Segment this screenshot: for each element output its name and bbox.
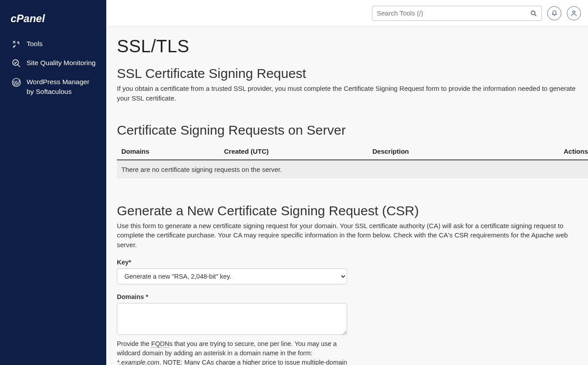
sidebar-item-label: Tools	[27, 39, 97, 49]
key-field-label: Key*	[117, 259, 347, 266]
user-icon	[570, 10, 577, 17]
account-button[interactable]	[567, 6, 581, 20]
wildcard-example: *.example.com	[117, 359, 159, 365]
notifications-button[interactable]	[547, 6, 561, 20]
sidebar-nav: Tools Site Quality Monitoring WordPress …	[0, 35, 106, 101]
csr-table: Domains Created (UTC) Description Action…	[117, 143, 588, 179]
domains-help-text: Provide the FQDNs that you are trying to…	[117, 339, 347, 365]
key-select[interactable]: Generate a new "RSA, 2,048-bit" key.	[117, 268, 347, 284]
sidebar-item-wordpress[interactable]: WordPress Manager by Softaculous	[0, 73, 106, 101]
csr-table-heading: Certificate Signing Requests on Server	[117, 123, 577, 138]
topbar	[106, 0, 588, 27]
csr-heading: SSL Certificate Signing Request	[117, 66, 577, 81]
csr-description: If you obtain a certificate from a trust…	[117, 84, 577, 103]
generate-description: Use this form to generate a new certific…	[117, 221, 577, 250]
table-row-empty: There are no certificate signing request…	[117, 160, 588, 179]
svg-text:cPanel: cPanel	[11, 12, 46, 24]
empty-message: There are no certificate signing request…	[117, 160, 588, 179]
domains-textarea[interactable]	[117, 303, 347, 335]
sidebar-item-tools[interactable]: Tools	[0, 35, 106, 54]
cpanel-logo-svg: cPanel	[11, 12, 64, 25]
th-actions: Actions	[522, 143, 588, 160]
sidebar-item-site-quality[interactable]: Site Quality Monitoring	[0, 54, 106, 73]
fqdn-acronym: FQDN	[151, 340, 169, 348]
generate-heading: Generate a New Certificate Signing Reque…	[117, 203, 577, 218]
search-icon	[530, 10, 537, 17]
tools-icon	[12, 39, 21, 49]
sidebar: cPanel Tools Site Quality Monitoring	[0, 0, 106, 365]
sidebar-item-label: Site Quality Monitoring	[27, 58, 97, 68]
svg-point-5	[573, 11, 575, 13]
search-input[interactable]	[377, 9, 530, 17]
page-title: SSL/TLS	[117, 36, 588, 56]
cpanel-logo[interactable]: cPanel	[0, 0, 106, 35]
th-created: Created (UTC)	[220, 143, 368, 160]
th-description: Description	[368, 143, 522, 160]
ca-acronym: CA	[202, 359, 211, 365]
search-input-wrap[interactable]	[372, 6, 542, 21]
csr-form: Key* Generate a new "RSA, 2,048-bit" key…	[117, 259, 347, 365]
domains-field-label: Domains *	[117, 293, 347, 300]
sidebar-item-label: WordPress Manager by Softaculous	[27, 77, 97, 96]
main: SSL/TLS SSL Certificate Signing Request …	[106, 0, 588, 365]
th-domains: Domains	[117, 143, 220, 160]
wordpress-icon	[12, 78, 21, 87]
bell-icon	[551, 10, 558, 17]
svg-point-2	[13, 60, 19, 66]
svg-point-4	[531, 11, 535, 15]
magnifier-check-icon	[12, 58, 21, 68]
content: SSL/TLS SSL Certificate Signing Request …	[106, 27, 588, 365]
